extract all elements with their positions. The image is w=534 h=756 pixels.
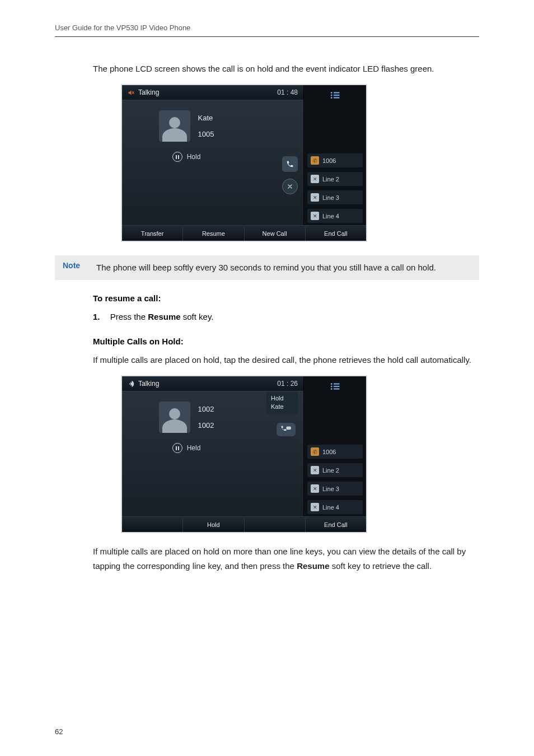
phone-titlebar: Talking 01 : 26 — [122, 376, 303, 391]
line-idle-icon: ✕ — [311, 175, 319, 183]
phone-screenshot-hold: Talking 01 : 48 Kate 1005 — [121, 84, 367, 242]
svg-rect-11 — [334, 383, 340, 384]
line-key-3[interactable]: ✕Line 3 — [307, 482, 363, 496]
resume-heading: To resume a call: — [93, 293, 479, 303]
line-active-icon: ✆ — [311, 156, 319, 165]
line-active-icon: ✆ — [311, 447, 319, 456]
note-label: Note — [63, 261, 96, 274]
line-key-1[interactable]: ✆1006 — [307, 445, 363, 459]
multiple-heading: Multiple Calls on Hold: — [93, 337, 479, 346]
caller-number: 1002 — [198, 421, 214, 430]
svg-point-12 — [330, 386, 332, 388]
held-status: Held — [172, 443, 201, 453]
softkey-resume[interactable]: Resume — [183, 226, 244, 241]
softkey-endcall[interactable]: End Call — [306, 226, 366, 241]
hold-chip-label: Hold — [271, 394, 293, 403]
step-number: 1. — [93, 312, 100, 321]
avatar — [159, 110, 190, 142]
line-key-1[interactable]: ✆1006 — [307, 153, 363, 167]
hold-call-chip[interactable]: Hold Kate — [266, 391, 298, 414]
reject-icon[interactable] — [282, 179, 298, 194]
softkey-hold[interactable]: Hold — [183, 517, 244, 532]
intro-paragraph: The phone LCD screen shows the call is o… — [93, 62, 479, 76]
line-keys-panel: ✆1006 ✕Line 2 ✕Line 3 ✕Line 4 — [303, 376, 366, 516]
hold-label: Hold — [187, 153, 201, 161]
closing-paragraph: If multiple calls are placed on hold on … — [93, 544, 479, 574]
page-number: 62 — [55, 727, 63, 736]
list-icon[interactable] — [304, 87, 366, 103]
softkey-transfer[interactable]: Transfer — [122, 226, 183, 241]
resume-step: 1. Press the Resume soft key. — [93, 310, 479, 324]
softkey-endcall[interactable]: End Call — [306, 517, 366, 532]
svg-point-7 — [287, 428, 288, 428]
hold-chip-name: Kate — [271, 403, 293, 411]
svg-point-10 — [330, 383, 332, 385]
line-label: Line 4 — [322, 213, 339, 220]
closing-post: soft key to retrieve the call. — [330, 561, 432, 571]
call-timer: 01 : 48 — [277, 88, 298, 96]
line-idle-icon: ✕ — [311, 484, 319, 493]
svg-rect-13 — [334, 386, 340, 387]
call-state-title: Talking — [138, 380, 159, 388]
softkey-newcall[interactable]: New Call — [245, 226, 306, 241]
line-key-3[interactable]: ✕Line 3 — [307, 190, 363, 204]
softkey-blank2 — [245, 517, 306, 532]
multiple-para: If multiple calls are placed on hold, ta… — [93, 353, 479, 367]
svg-point-2 — [330, 95, 332, 96]
line-keys-panel: ✆1006 ✕Line 2 ✕Line 3 ✕Line 4 — [303, 85, 366, 225]
caller-name: 1002 — [198, 405, 214, 413]
line-key-4[interactable]: ✕Line 4 — [307, 209, 363, 223]
line-idle-icon: ✕ — [311, 212, 319, 220]
svg-point-9 — [289, 428, 290, 428]
line-idle-icon: ✕ — [311, 466, 319, 474]
mute-icon — [128, 89, 135, 96]
list-icon[interactable] — [304, 379, 366, 394]
avatar — [159, 402, 190, 433]
svg-point-0 — [330, 92, 332, 94]
phone-titlebar: Talking 01 : 48 — [122, 85, 303, 100]
step-text-bold: Resume — [148, 312, 180, 321]
pause-icon — [172, 152, 182, 162]
line-key-4[interactable]: ✕Line 4 — [307, 500, 363, 514]
page-header: User Guide for the VP530 IP Video Phone — [55, 24, 479, 37]
line-label: Line 2 — [322, 176, 339, 183]
step-text-pre: Press the — [110, 312, 148, 321]
talk-bubble-icon[interactable] — [277, 423, 296, 436]
hold-status: Hold — [172, 152, 201, 162]
caller-name: Kate — [198, 114, 214, 122]
caller-number: 1005 — [198, 130, 214, 138]
svg-point-8 — [288, 428, 289, 428]
line-label: 1006 — [322, 449, 336, 455]
line-label: Line 3 — [322, 486, 339, 492]
line-idle-icon: ✕ — [311, 193, 319, 202]
svg-rect-5 — [334, 97, 340, 99]
line-key-2[interactable]: ✕Line 2 — [307, 172, 363, 186]
call-timer: 01 : 26 — [277, 380, 298, 388]
closing-bold: Resume — [297, 561, 329, 571]
phone-screenshot-held: Talking 01 : 26 1002 1002 — [121, 375, 367, 533]
softkey-blank1 — [122, 517, 183, 532]
line-label: Line 3 — [322, 194, 339, 201]
line-label: Line 4 — [322, 504, 339, 511]
line-label: Line 2 — [322, 467, 339, 474]
svg-rect-3 — [334, 95, 340, 96]
talking-icon — [128, 380, 135, 388]
svg-rect-15 — [334, 388, 340, 389]
svg-rect-1 — [334, 92, 340, 94]
note-box: Note The phone will beep softly every 30… — [55, 255, 479, 280]
call-state-title: Talking — [138, 88, 159, 96]
call-pickup-icon[interactable] — [282, 156, 298, 172]
line-label: 1006 — [322, 157, 336, 164]
svg-point-14 — [330, 388, 332, 390]
note-text: The phone will beep softly every 30 seco… — [96, 261, 436, 274]
held-label: Held — [187, 444, 201, 452]
svg-point-4 — [330, 97, 332, 99]
step-text-post: soft key. — [181, 312, 214, 321]
pause-icon — [172, 443, 182, 453]
line-idle-icon: ✕ — [311, 503, 319, 511]
line-key-2[interactable]: ✕Line 2 — [307, 463, 363, 477]
